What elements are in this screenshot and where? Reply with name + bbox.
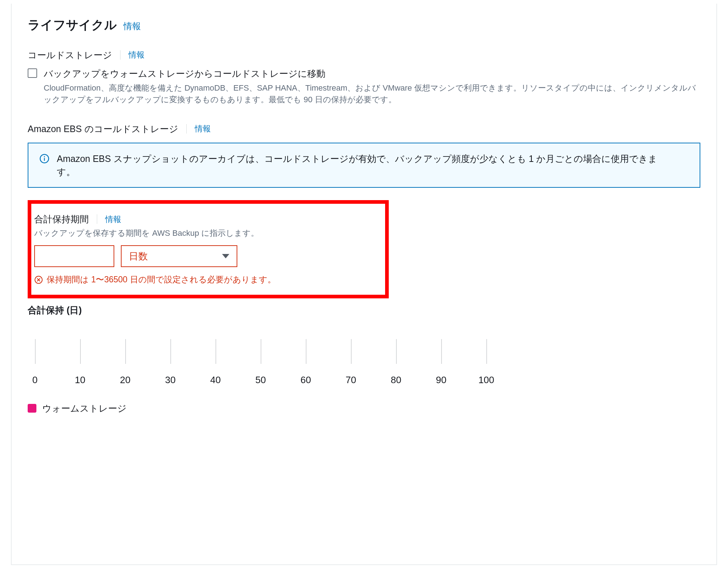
retention-axis: 0102030405060708090100 <box>30 339 700 386</box>
error-icon <box>34 275 43 284</box>
axis-label: 80 <box>391 373 401 387</box>
axis-label: 70 <box>346 373 356 387</box>
axis-label: 20 <box>120 373 131 387</box>
info-icon <box>39 154 50 164</box>
axis-label: 0 <box>32 373 37 387</box>
total-retain-days-title: 合計保持 (日) <box>28 303 700 317</box>
axis-tick <box>396 339 397 364</box>
legend-swatch-warm <box>28 404 36 413</box>
ebs-cold-label-row: Amazon EBS のコールドストレージ 情報 <box>28 122 700 135</box>
separator <box>120 50 120 60</box>
retention-error-row: 保持期間は 1〜36500 日の間で設定される必要があります。 <box>34 274 379 286</box>
axis-label: 50 <box>256 373 266 387</box>
total-retention-label-row: 合計保持期間 情報 <box>34 212 379 226</box>
cold-storage-label: コールドストレージ <box>28 48 112 61</box>
axis-label: 60 <box>301 373 311 387</box>
cold-storage-label-row: コールドストレージ 情報 <box>28 48 700 61</box>
axis-tick <box>306 339 306 364</box>
axis-label: 10 <box>75 373 86 387</box>
retention-unit-select[interactable]: 日数 <box>121 245 237 267</box>
axis-tick <box>215 339 216 364</box>
lifecycle-info-link[interactable]: 情報 <box>123 20 141 33</box>
move-to-cold-checkbox[interactable] <box>28 68 37 78</box>
axis-tick <box>80 339 81 364</box>
move-to-cold-checkbox-row: バックアップをウォームストレージからコールドストレージに移動 <box>28 67 700 80</box>
move-to-cold-description: CloudFormation、高度な機能を備えた DynamoDB、EFS、SA… <box>44 82 700 106</box>
axis-label: 30 <box>165 373 176 387</box>
section-title: ライフサイクル <box>28 16 117 34</box>
separator <box>97 214 97 224</box>
axis-tick <box>170 339 171 364</box>
axis-label: 40 <box>210 373 221 387</box>
total-retention-title: 合計保持期間 <box>34 212 89 226</box>
separator <box>186 124 187 134</box>
axis-tick <box>351 339 352 364</box>
axis-tick <box>441 339 442 364</box>
legend-row: ウォームストレージ <box>28 402 700 415</box>
move-to-cold-checkbox-label: バックアップをウォームストレージからコールドストレージに移動 <box>44 67 325 80</box>
section-title-row: ライフサイクル 情報 <box>28 16 700 34</box>
cold-storage-info-link[interactable]: 情報 <box>128 49 145 61</box>
total-retention-highlight: 合計保持期間 情報 バックアップを保存する期間を AWS Backup に指示し… <box>28 200 389 298</box>
ebs-info-banner: Amazon EBS スナップショットのアーカイブは、コールドストレージが有効で… <box>28 143 700 188</box>
ebs-cold-info-link[interactable]: 情報 <box>195 123 211 135</box>
chevron-down-icon <box>222 254 229 258</box>
svg-point-2 <box>44 156 45 157</box>
total-retention-info-link[interactable]: 情報 <box>105 214 121 225</box>
retention-error-text: 保持期間は 1〜36500 日の間で設定される必要があります。 <box>47 274 276 286</box>
axis-tick <box>35 339 36 364</box>
retention-value-input[interactable] <box>34 245 114 267</box>
ebs-cold-label: Amazon EBS のコールドストレージ <box>28 122 178 135</box>
axis-label: 100 <box>478 373 494 387</box>
lifecycle-card: ライフサイクル 情報 コールドストレージ 情報 バックアップをウォームストレージ… <box>11 4 717 565</box>
retention-unit-selected: 日数 <box>129 250 148 263</box>
axis-label: 90 <box>436 373 447 387</box>
legend-label-warm: ウォームストレージ <box>42 402 127 415</box>
axis-tick <box>486 339 487 364</box>
total-retention-desc: バックアップを保存する期間を AWS Backup に指示します。 <box>34 227 379 239</box>
ebs-info-text: Amazon EBS スナップショットのアーカイブは、コールドストレージが有効で… <box>57 152 676 179</box>
axis-tick <box>261 339 261 364</box>
axis-tick <box>125 339 126 364</box>
